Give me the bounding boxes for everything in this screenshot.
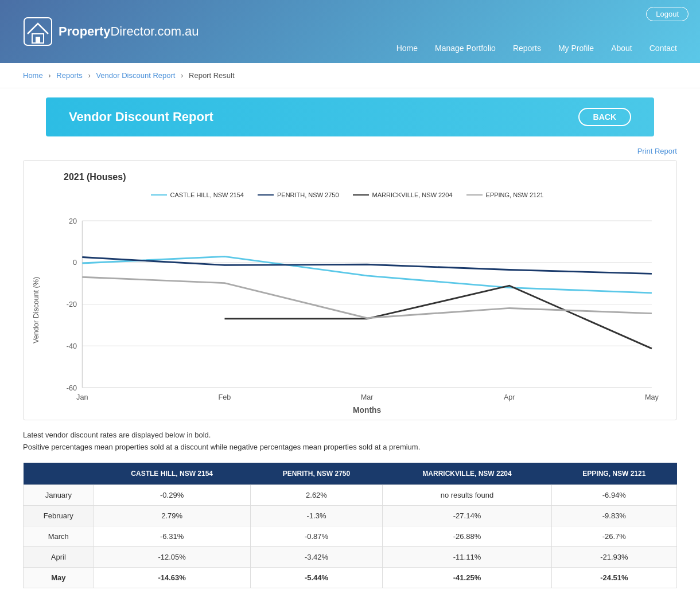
chart-line-epping [82, 277, 652, 318]
table-row: May-14.63%-5.44%-41.25%-24.51% [24, 567, 677, 588]
nav-reports[interactable]: Reports [513, 44, 541, 53]
legend-line-castle-hill [151, 194, 167, 196]
table-cell-3-2: -3.42% [250, 546, 383, 567]
table-cell-4-1: -14.63% [94, 567, 250, 588]
chart-svg-wrapper: Vendor Discount (%) 20 0 -20 -40 -60 [29, 208, 665, 408]
data-table: CASTLE HILL, NSW 2154 PENRITH, NSW 2750 … [23, 463, 677, 588]
th-epping: EPPING, NSW 2121 [551, 463, 676, 485]
table-cell-1-0: February [24, 505, 94, 526]
back-button[interactable]: BACK [578, 108, 631, 126]
breadcrumb-sep-2: › [88, 71, 90, 80]
table-cell-4-4: -24.51% [551, 567, 676, 588]
table-cell-3-3: -11.11% [383, 546, 551, 567]
svg-text:-60: -60 [67, 384, 77, 392]
logo-text: PropertyDirector.com.au [59, 24, 199, 39]
svg-text:Mar: Mar [361, 393, 374, 401]
legend-line-epping [466, 194, 483, 196]
th-marrickville: MARRICKVILLE, NSW 2204 [383, 463, 551, 485]
table-cell-3-4: -21.93% [551, 546, 676, 567]
table-cell-4-3: -41.25% [383, 567, 551, 588]
chart-svg: Vendor Discount (%) 20 0 -20 -40 -60 [29, 208, 665, 406]
logo-icon [23, 17, 53, 46]
chart-legend: CASTLE HILL, NSW 2154 PENRITH, NSW 2750 … [29, 192, 665, 198]
chart-container: 2021 (Houses) CASTLE HILL, NSW 2154 PENR… [23, 160, 677, 420]
table-cell-2-1: -6.31% [94, 526, 250, 546]
header-top-right: Logout [646, 7, 689, 21]
table-row: February2.79%-1.3%-27.14%-9.83% [24, 505, 677, 526]
svg-text:Apr: Apr [504, 393, 516, 401]
table-cell-3-1: -12.05% [94, 546, 250, 567]
table-cell-2-0: March [24, 526, 94, 546]
svg-text:0: 0 [73, 259, 77, 267]
svg-text:-40: -40 [67, 342, 77, 350]
page-title: Vendor Discount Report [69, 110, 213, 124]
table-cell-2-3: -26.88% [383, 526, 551, 546]
breadcrumb-reports[interactable]: Reports [56, 71, 83, 80]
breadcrumb-current: Report Result [189, 71, 234, 80]
print-link-area: Print Report [23, 142, 677, 160]
nav-profile[interactable]: My Profile [558, 44, 594, 53]
svg-rect-2 [36, 37, 40, 43]
breadcrumb-home[interactable]: Home [23, 71, 43, 80]
table-cell-4-0: May [24, 567, 94, 588]
svg-text:-20: -20 [67, 300, 77, 308]
table-row: April-12.05%-3.42%-11.11%-21.93% [24, 546, 677, 567]
nav-contact[interactable]: Contact [650, 44, 677, 53]
legend-label-marrickville: MARRICKVILLE, NSW 2204 [372, 192, 453, 198]
table-cell-1-1: 2.79% [94, 505, 250, 526]
page-banner: Vendor Discount Report BACK [46, 97, 654, 136]
legend-epping: EPPING, NSW 2121 [466, 192, 544, 198]
th-castle-hill: CASTLE HILL, NSW 2154 [94, 463, 250, 485]
breadcrumb-sep-1: › [48, 71, 50, 80]
legend-line-marrickville [353, 194, 369, 196]
svg-text:Vendor Discount (%): Vendor Discount (%) [32, 277, 40, 343]
note-line-1: Latest vendor discount rates are display… [23, 429, 677, 441]
table-cell-1-2: -1.3% [250, 505, 383, 526]
table-cell-4-2: -5.44% [250, 567, 383, 588]
note-line-2: Positive percentages mean properties sol… [23, 441, 677, 454]
svg-text:May: May [645, 393, 659, 401]
logo-area: PropertyDirector.com.au [23, 17, 199, 46]
table-cell-0-0: January [24, 484, 94, 505]
logout-button[interactable]: Logout [646, 7, 689, 21]
legend-label-epping: EPPING, NSW 2121 [486, 192, 544, 198]
th-penrith: PENRITH, NSW 2750 [250, 463, 383, 485]
table-cell-0-1: -0.29% [94, 484, 250, 505]
header: Logout PropertyDirector.com.au Home Mana… [0, 0, 700, 63]
print-report-link[interactable]: Print Report [637, 147, 677, 155]
chart-line-marrickville [224, 286, 651, 349]
legend-label-penrith: PENRITH, NSW 2750 [277, 192, 339, 198]
main-content: Print Report 2021 (Houses) CASTLE HILL, … [0, 136, 700, 590]
nav-portfolio[interactable]: Manage Portfolio [435, 44, 496, 53]
table-row: January-0.29%2.62%no results found-6.94% [24, 484, 677, 505]
legend-penrith: PENRITH, NSW 2750 [258, 192, 339, 198]
breadcrumb-sep-3: › [181, 71, 183, 80]
table-cell-2-4: -26.7% [551, 526, 676, 546]
table-cell-0-2: 2.62% [250, 484, 383, 505]
svg-text:Months: Months [353, 405, 382, 415]
table-cell-1-4: -9.83% [551, 505, 676, 526]
chart-notes: Latest vendor discount rates are display… [23, 429, 677, 454]
breadcrumb-vendor[interactable]: Vendor Discount Report [96, 71, 175, 80]
breadcrumb: Home › Reports › Vendor Discount Report … [0, 63, 700, 88]
legend-line-penrith [258, 194, 274, 196]
svg-text:20: 20 [69, 217, 77, 225]
nav-about[interactable]: About [611, 44, 632, 53]
table-cell-1-3: -27.14% [383, 505, 551, 526]
main-nav: Home Manage Portfolio Reports My Profile… [396, 44, 677, 63]
legend-marrickville: MARRICKVILLE, NSW 2204 [353, 192, 453, 198]
svg-text:Jan: Jan [76, 393, 88, 401]
legend-label-castle-hill: CASTLE HILL, NSW 2154 [170, 192, 244, 198]
table-row: March-6.31%-0.87%-26.88%-26.7% [24, 526, 677, 546]
table-cell-0-4: -6.94% [551, 484, 676, 505]
th-month [24, 463, 94, 485]
nav-home[interactable]: Home [396, 44, 418, 53]
table-cell-2-2: -0.87% [250, 526, 383, 546]
table-cell-3-0: April [24, 546, 94, 567]
table-header-row: CASTLE HILL, NSW 2154 PENRITH, NSW 2750 … [24, 463, 677, 485]
legend-castle-hill: CASTLE HILL, NSW 2154 [151, 192, 244, 198]
chart-title: 2021 (Houses) [64, 172, 665, 182]
table-cell-0-3: no results found [383, 484, 551, 505]
svg-text:Feb: Feb [219, 393, 231, 401]
